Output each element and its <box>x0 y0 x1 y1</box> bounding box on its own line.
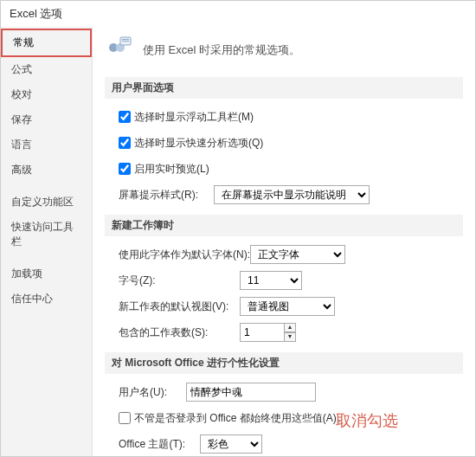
sidebar-item-formulas[interactable]: 公式 <box>1 57 92 82</box>
sidebar-item-advanced[interactable]: 高级 <box>1 158 92 183</box>
opt-always-use-values[interactable]: 不管是否登录到 Office 都始终使用这些值(A)。 <box>119 411 347 426</box>
opt-mini-toolbar-chk[interactable] <box>119 111 131 123</box>
sidebar: 常规 公式 校对 保存 语言 高级 自定义功能区 快速访问工具栏 加载项 信任中… <box>1 27 93 456</box>
sidebar-item-proofing[interactable]: 校对 <box>1 82 92 107</box>
spinner-down-icon[interactable]: ▼ <box>284 332 296 342</box>
header-text: 使用 Excel 时采用的常规选项。 <box>143 42 300 58</box>
opt-quick-analysis-chk[interactable] <box>119 137 131 149</box>
default-view-select[interactable]: 普通视图 <box>240 297 335 316</box>
header: 使用 Excel 时采用的常规选项。 <box>105 35 463 65</box>
sidebar-item-save[interactable]: 保存 <box>1 107 92 132</box>
sheet-count-label: 包含的工作表数(S): <box>119 325 240 340</box>
font-size-select[interactable]: 11 <box>240 271 302 290</box>
opt-mini-toolbar[interactable]: 选择时显示浮动工具栏(M) <box>119 110 254 125</box>
screentip-select[interactable]: 在屏幕提示中显示功能说明 <box>214 185 370 204</box>
section-personalize-title: 对 Microsoft Office 进行个性化设置 <box>105 352 463 374</box>
opt-live-preview[interactable]: 启用实时预览(L) <box>119 162 209 177</box>
sidebar-item-addins[interactable]: 加载项 <box>1 261 92 286</box>
opt-quick-analysis-label: 选择时显示快速分析选项(Q) <box>134 136 263 151</box>
opt-quick-analysis[interactable]: 选择时显示快速分析选项(Q) <box>119 136 263 151</box>
default-view-label: 新工作表的默认视图(V): <box>119 299 240 314</box>
opt-live-preview-label: 启用实时预览(L) <box>134 162 209 177</box>
sidebar-item-quick-access[interactable]: 快速访问工具栏 <box>1 215 92 254</box>
opt-always-use-values-chk[interactable] <box>119 412 131 424</box>
sidebar-item-general[interactable]: 常规 <box>1 29 92 57</box>
opt-always-use-values-label: 不管是否登录到 Office 都始终使用这些值(A)。 <box>134 411 347 426</box>
default-font-label: 使用此字体作为默认字体(N): <box>119 248 250 262</box>
sidebar-item-language[interactable]: 语言 <box>1 132 92 158</box>
opt-mini-toolbar-label: 选择时显示浮动工具栏(M) <box>134 110 254 125</box>
sidebar-item-trust-center[interactable]: 信任中心 <box>1 286 92 312</box>
sheet-count-spinner[interactable]: ▲▼ <box>284 323 296 342</box>
font-size-label: 字号(Z): <box>119 274 240 288</box>
sidebar-item-customize-ribbon[interactable]: 自定义功能区 <box>1 190 92 215</box>
options-icon <box>105 35 134 65</box>
main-area: 常规 公式 校对 保存 语言 高级 自定义功能区 快速访问工具栏 加载项 信任中… <box>1 27 475 456</box>
section-ui-title: 用户界面选项 <box>105 77 463 99</box>
username-input[interactable] <box>186 383 316 402</box>
screentip-label: 屏幕提示样式(R): <box>119 188 214 203</box>
opt-live-preview-chk[interactable] <box>119 163 131 175</box>
section-workbook-title: 新建工作簿时 <box>105 215 463 236</box>
office-theme-select[interactable]: 彩色 <box>200 434 262 454</box>
default-font-select[interactable]: 正文字体 <box>250 245 345 264</box>
username-label: 用户名(U): <box>119 385 186 400</box>
sheet-count-input[interactable] <box>240 323 285 342</box>
window-title: Excel 选项 <box>1 1 475 27</box>
svg-rect-3 <box>122 39 129 40</box>
content-panel: 使用 Excel 时采用的常规选项。 用户界面选项 选择时显示浮动工具栏(M) … <box>93 27 475 456</box>
svg-rect-4 <box>122 41 129 42</box>
office-theme-label: Office 主题(T): <box>119 437 200 452</box>
spinner-up-icon[interactable]: ▲ <box>284 323 296 332</box>
